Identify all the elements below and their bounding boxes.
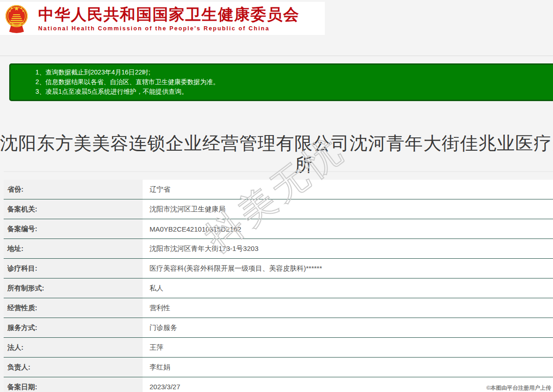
site-title-chinese: 中华人民共和国国家卫生健康委员会 — [38, 6, 300, 23]
china-national-emblem-icon — [4, 3, 29, 34]
notice-line: 1、查询数据截止到2023年4月16日22时; — [35, 68, 553, 77]
field-value: 门诊服务 — [143, 318, 553, 337]
field-value: MA0YB2CE421010315D2162 — [143, 219, 553, 239]
field-label: 经营性质: — [4, 298, 143, 318]
table-row-person-in-charge: 负责人: 李红娟 — [4, 358, 553, 377]
field-label: 负责人: — [4, 358, 143, 377]
field-value: 营利性 — [143, 298, 553, 318]
table-row-clinical-departments: 诊疗科目: 医疗美容科(美容外科限开展一级项目、美容皮肤科)****** — [4, 259, 553, 278]
field-label: 地址: — [4, 239, 143, 258]
site-title-group: 中华人民共和国国家卫生健康委员会 National Health Commiss… — [38, 6, 300, 32]
table-row-filing-authority: 备案机关: 沈阳市沈河区卫生健康局 — [4, 199, 553, 219]
table-row-address: 地址: 沈阳市沈河区青年大街173-1号3203 — [4, 239, 553, 259]
image-credit-watermark: ©本图由平台注册用户上传 — [486, 384, 551, 392]
field-label: 备案日期: — [4, 377, 143, 392]
field-label: 诊疗科目: — [4, 259, 143, 278]
field-label: 备案机关: — [4, 199, 143, 219]
table-row-filing-number: 备案编号: MA0YB2CE421010315D2162 — [4, 219, 553, 239]
record-table: 省份: 辽宁省 备案机关: 沈阳市沈河区卫生健康局 备案编号: MA0YB2CE… — [4, 171, 553, 392]
table-row-ownership: 所有制形式: 私人 — [4, 278, 553, 298]
field-label: 所有制形式: — [4, 278, 143, 298]
field-label: 备案编号: — [4, 219, 143, 239]
notice-line: 3、凌晨1点至凌晨5点系统进行维护，不能提供查询。 — [35, 87, 553, 97]
site-header: 中华人民共和国国家卫生健康委员会 National Health Commiss… — [0, 2, 325, 35]
field-value: 医疗美容科(美容外科限开展一级项目、美容皮肤科)****** — [143, 259, 553, 278]
table-row-legal-person: 法人: 王萍 — [4, 338, 553, 358]
site-title-english: National Health Commission of the People… — [38, 25, 300, 32]
table-row-filing-date: 备案日期: 2023/3/27 — [4, 377, 553, 392]
field-value: 李红娟 — [143, 358, 553, 377]
field-label: 法人: — [4, 338, 143, 357]
institution-name-title: 沈阳东方美美容连锁企业经营管理有限公司沈河青年大街佳兆业医疗美容诊所 — [0, 132, 553, 176]
field-value: 辽宁省 — [143, 180, 553, 199]
field-label: 省份: — [4, 180, 143, 199]
table-row-operating-nature: 经营性质: 营利性 — [4, 298, 553, 318]
field-value: 王萍 — [143, 338, 553, 357]
header-divider — [0, 56, 553, 56]
field-value: 沈阳市沈河区青年大街173-1号3203 — [143, 239, 553, 258]
notice-line: 2、信息数据结果以各省、自治区、直辖市卫生健康委数据为准。 — [35, 77, 553, 87]
query-notice-box: 1、查询数据截止到2023年4月16日22时; 2、信息数据结果以各省、自治区、… — [9, 63, 553, 101]
field-label: 服务方式: — [4, 318, 143, 337]
field-value: 私人 — [143, 278, 553, 298]
field-value: 沈阳市沈河区卫生健康局 — [143, 199, 553, 219]
table-row-service-mode: 服务方式: 门诊服务 — [4, 318, 553, 338]
table-row-province: 省份: 辽宁省 — [4, 180, 553, 199]
